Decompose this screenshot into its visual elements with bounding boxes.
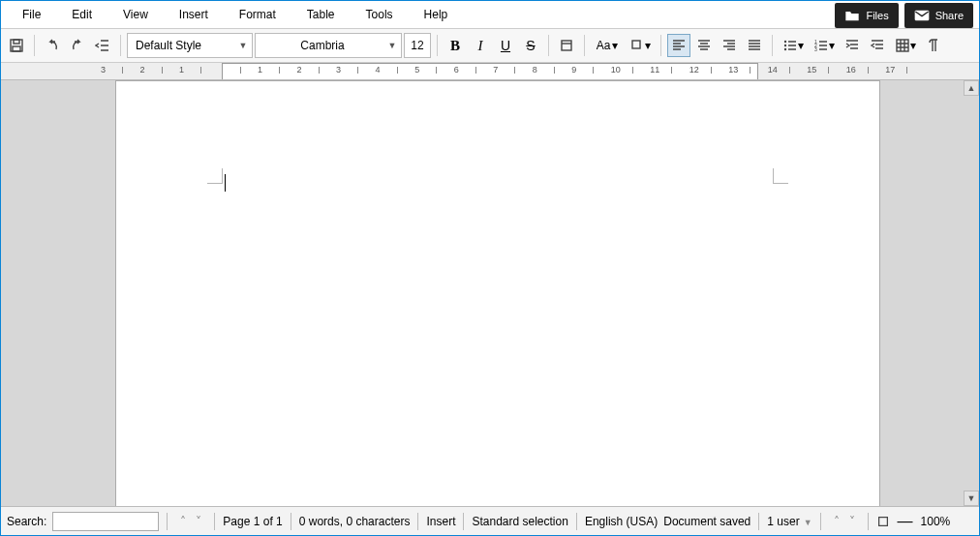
- ruler-num: 14: [768, 65, 778, 74]
- strikethrough-icon: S: [526, 38, 535, 53]
- bullet-list-icon: [782, 38, 798, 53]
- menu-file[interactable]: File: [7, 1, 56, 28]
- ruler-num: 6: [454, 65, 459, 74]
- font-name-dropdown[interactable]: Cambria ▼: [255, 33, 402, 58]
- chevron-down-icon: ▾: [798, 39, 804, 52]
- page[interactable]: [115, 80, 880, 506]
- menu-tools[interactable]: Tools: [351, 1, 409, 28]
- files-label: Files: [866, 10, 888, 21]
- strikethrough-button[interactable]: S: [519, 34, 542, 57]
- menu-edit[interactable]: Edit: [56, 1, 107, 28]
- align-right-button[interactable]: [718, 34, 741, 57]
- menu-table[interactable]: Table: [291, 1, 351, 28]
- separator: [584, 35, 585, 56]
- search-next-button[interactable]: ˅: [191, 514, 206, 529]
- ruler-num: 2: [140, 65, 145, 74]
- number-list-button[interactable]: 123▾: [810, 34, 839, 57]
- align-right-icon: [721, 38, 737, 53]
- undo-icon: [45, 38, 60, 53]
- save-status: Document saved: [663, 515, 750, 528]
- highlight-button[interactable]: ▾: [626, 34, 655, 57]
- save-button[interactable]: [5, 34, 28, 57]
- text-cursor: [225, 174, 226, 192]
- outdent-icon: [95, 38, 110, 53]
- mail-icon: [914, 9, 930, 22]
- svg-rect-5: [632, 41, 640, 48]
- outdent-button[interactable]: [91, 34, 114, 57]
- share-button[interactable]: Share: [904, 3, 973, 28]
- italic-button[interactable]: I: [469, 34, 492, 57]
- separator: [820, 513, 821, 530]
- decrease-indent-button[interactable]: [866, 34, 889, 57]
- chevron-down-icon: ▾: [645, 39, 651, 52]
- statusbar: Search: ˄ ˅ Page 1 of 1 0 words, 0 chara…: [1, 506, 979, 535]
- word-count[interactable]: 0 words, 0 characters: [299, 515, 411, 528]
- align-center-button[interactable]: [692, 34, 716, 57]
- table-button[interactable]: ▾: [891, 34, 920, 57]
- separator: [548, 35, 549, 56]
- separator: [417, 513, 418, 530]
- character-icon: Aa: [597, 39, 611, 52]
- bold-icon: B: [450, 38, 460, 54]
- bullet-list-button[interactable]: ▾: [779, 34, 808, 57]
- selection-mode[interactable]: Standard selection: [472, 515, 567, 528]
- save-icon: [9, 38, 24, 53]
- margin-mark-top-right: [773, 168, 788, 184]
- menu-format[interactable]: Format: [224, 1, 291, 28]
- svg-text:3: 3: [814, 46, 817, 52]
- horizontal-ruler[interactable]: 3 2 1 1 2 3 4 5 6 7 8 9 10 11 12 13 14 1…: [1, 63, 979, 80]
- underline-button[interactable]: U: [494, 34, 517, 57]
- ruler-num: 9: [571, 65, 576, 74]
- ruler-num: 3: [101, 65, 106, 74]
- svg-rect-3: [13, 46, 20, 51]
- search-input[interactable]: [52, 512, 159, 531]
- font-size-dropdown[interactable]: 12: [404, 33, 431, 58]
- ruler-num: 16: [846, 65, 856, 74]
- ruler-num: 12: [689, 65, 699, 74]
- redo-button[interactable]: [66, 34, 89, 57]
- increase-indent-button[interactable]: [841, 34, 864, 57]
- ruler-num: 15: [807, 65, 816, 74]
- ruler-num: 11: [650, 65, 659, 74]
- align-justify-button[interactable]: [743, 34, 766, 57]
- search-label: Search:: [7, 515, 46, 528]
- zoom-value[interactable]: 100%: [921, 515, 951, 528]
- document-area[interactable]: ▲ ▼: [1, 80, 979, 506]
- menu-view[interactable]: View: [107, 1, 164, 28]
- size-value: 12: [411, 39, 423, 52]
- ruler-num: 10: [611, 65, 621, 74]
- next-page-button[interactable]: ˅: [844, 514, 860, 529]
- outdent2-icon: [870, 38, 885, 53]
- menu-help[interactable]: Help: [409, 1, 464, 28]
- ruler-num: 1: [179, 65, 184, 74]
- ruler-num: 17: [885, 65, 895, 74]
- bold-button[interactable]: B: [444, 34, 467, 57]
- zoom-out-button[interactable]: —: [898, 513, 913, 530]
- clear-formatting-button[interactable]: [555, 34, 578, 57]
- folder-icon: [844, 9, 860, 22]
- scroll-up-button[interactable]: ▲: [964, 80, 979, 96]
- crop-icon[interactable]: [876, 515, 890, 528]
- page-status[interactable]: Page 1 of 1: [223, 515, 282, 528]
- paragraph-style-dropdown[interactable]: Default Style ▼: [127, 33, 253, 58]
- chevron-down-icon: ▾: [829, 39, 835, 52]
- align-left-button[interactable]: [667, 34, 690, 57]
- undo-button[interactable]: [41, 34, 64, 57]
- insert-mode[interactable]: Insert: [426, 515, 455, 528]
- scroll-down-button[interactable]: ▼: [964, 491, 979, 506]
- menu-insert[interactable]: Insert: [164, 1, 224, 28]
- separator: [868, 513, 869, 530]
- svg-point-6: [784, 41, 786, 43]
- language-status[interactable]: English (USA): [585, 515, 658, 528]
- files-button[interactable]: Files: [835, 3, 898, 28]
- ruler-num: 5: [414, 65, 419, 74]
- paragraph-icon: [926, 38, 941, 53]
- prev-page-button[interactable]: ˄: [829, 514, 844, 529]
- character-button[interactable]: Aa▾: [591, 34, 624, 57]
- separator: [463, 513, 464, 530]
- insert-object-button[interactable]: [922, 34, 945, 57]
- user-count[interactable]: 1 user▼: [767, 515, 812, 528]
- italic-icon: I: [478, 38, 483, 54]
- search-prev-button[interactable]: ˄: [175, 514, 191, 529]
- separator: [576, 513, 577, 530]
